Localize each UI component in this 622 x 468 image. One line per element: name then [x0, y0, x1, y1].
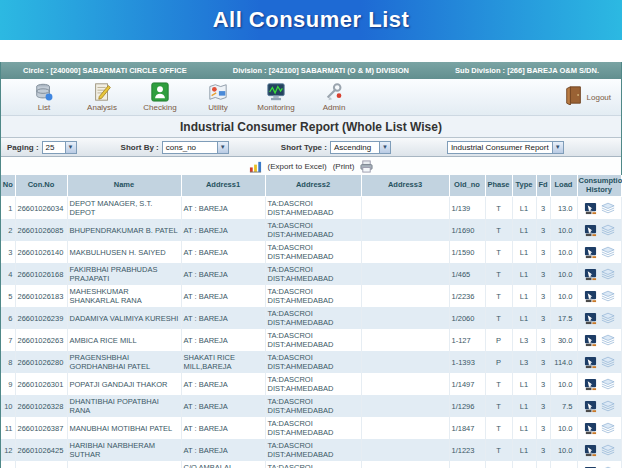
print-link[interactable]: (Print) [333, 162, 355, 171]
cell-consumption-history [577, 329, 621, 351]
consumer-table: NoCon.NoNameAddress1Address2Address3Old_… [1, 175, 622, 468]
cell-load: 10.0 [550, 219, 577, 241]
cell-address3 [361, 219, 449, 241]
consumption-chart-icon[interactable] [584, 444, 597, 457]
cell-load: 10.0 [550, 373, 577, 395]
cell-address1: AT : BAREJA [181, 263, 265, 285]
cell-address1: AT : BAREJA [181, 241, 265, 263]
cell-fd: 3 [536, 395, 550, 417]
consumption-chart-icon[interactable] [584, 268, 597, 281]
table-row: 1226601026425HARIBHAI NARBHERAM SUTHARAT… [1, 439, 621, 461]
cell-fd: 3 [536, 241, 550, 263]
consumption-history-icon[interactable] [601, 400, 615, 412]
cell-load: 40.0 [550, 461, 577, 468]
table-row: 826601026280PRAGENSHBHAI GORDHANBHAI PAT… [1, 351, 621, 373]
cell-fd: 3 [536, 417, 550, 439]
cell-phase: T [485, 263, 512, 285]
paging-select[interactable]: 25 ▼ [42, 141, 77, 154]
sort-by-select[interactable]: cons_no ▼ [162, 141, 229, 154]
cell-old_no: 1/1590 [449, 241, 485, 263]
consumer-list-page: All Consumer List Circle : [240000] SABA… [0, 0, 622, 468]
consumption-chart-icon[interactable] [584, 224, 597, 237]
cell-type: L1 [512, 417, 536, 439]
cell-old_no: 1/2236 [449, 285, 485, 307]
cell-load: 30.0 [550, 329, 577, 351]
consumption-chart-icon[interactable] [584, 312, 597, 325]
consumption-history-icon[interactable] [601, 378, 615, 390]
printer-icon[interactable] [360, 160, 373, 173]
cell-address2: TA:DASCROI DIST:AHMEDABAD [265, 263, 361, 285]
consumption-history-icon[interactable] [601, 334, 615, 346]
nav-item-analysis[interactable]: Analysis [73, 81, 131, 112]
cell-name: PRAGENSHBHAI GORDHANBHAI PATEL [67, 351, 181, 373]
consumption-chart-icon[interactable] [584, 334, 597, 347]
cell-consumption-history [577, 307, 621, 329]
consumption-chart-icon[interactable] [584, 356, 597, 369]
consumption-history-icon[interactable] [601, 290, 615, 302]
nav-item-monitoring[interactable]: Monitoring [247, 81, 305, 112]
cell-address2: TA:DASCROI DIST:AHMEDABAD [265, 417, 361, 439]
export-to-excel-link[interactable]: (Export to Excel) [268, 162, 327, 171]
table-row: 1326601026441LAXMI RICE MILLC/O AMBALAL … [1, 461, 621, 468]
cell-phase: T [485, 395, 512, 417]
consumption-history-icon[interactable] [601, 224, 615, 236]
consumption-history-icon[interactable] [601, 422, 615, 434]
consumption-history-icon[interactable] [601, 444, 615, 456]
cell-type: L3 [512, 329, 536, 351]
table-row: 126601026034DEPOT MANAGER, S.T. DEPOTAT … [1, 197, 621, 220]
nav-item-label: List [38, 103, 50, 112]
consumption-history-icon[interactable] [601, 202, 615, 214]
nav-item-checking[interactable]: Checking [131, 81, 189, 112]
consumption-chart-icon[interactable] [584, 202, 597, 215]
cell-address1: AT : BAREJA [181, 307, 265, 329]
report-type-select[interactable]: Industrial Consumer Report ▼ [447, 141, 564, 154]
excel-icon[interactable] [249, 160, 262, 173]
sort-type-select[interactable]: Ascending ▼ [330, 141, 391, 154]
nav-item-utility[interactable]: Utility [189, 81, 247, 112]
report-title-row: Industrial Consumer Report (Whole List W… [1, 116, 621, 137]
column-header-fd: Fd [536, 175, 550, 197]
utility-icon [208, 81, 228, 102]
cell-type: L1 [512, 263, 536, 285]
cell-address3 [361, 461, 449, 468]
consumption-history-icon[interactable] [601, 268, 615, 280]
page-banner: All Consumer List [0, 0, 622, 40]
cell-address2: TA:DASCROI DIST:AHMEDABAD [265, 307, 361, 329]
table-row: 1026601026328DHANTIBHAI POPATBHAI RANAAT… [1, 395, 621, 417]
consumption-chart-icon[interactable] [584, 378, 597, 391]
consumption-history-icon[interactable] [601, 356, 615, 368]
cell-address3 [361, 351, 449, 373]
list-icon [34, 81, 54, 102]
table-row: 626601026239DADAMIYA VALIMIYA KURESHIAT … [1, 307, 621, 329]
cell-name: DADAMIYA VALIMIYA KURESHI [67, 307, 181, 329]
cell-address3 [361, 263, 449, 285]
column-header-name: Name [67, 175, 181, 197]
consumption-chart-icon[interactable] [584, 290, 597, 303]
column-header-phase: Phase [485, 175, 512, 197]
cell-address1: AT : BAREJA [181, 439, 265, 461]
nav-item-list[interactable]: List [15, 81, 73, 112]
column-header-address3: Address3 [361, 175, 449, 197]
cell-type: L1 [512, 307, 536, 329]
cell-address3 [361, 373, 449, 395]
cell-con_no: 26601026263 [15, 329, 67, 351]
cell-type: L1 [512, 395, 536, 417]
consumption-chart-icon[interactable] [584, 246, 597, 259]
nav-items: ListAnalysisCheckingUtilityMonitoringAdm… [15, 81, 363, 112]
cell-phase: T [485, 373, 512, 395]
column-header-address2: Address2 [265, 175, 361, 197]
cell-type: L3 [512, 351, 536, 373]
logout-button[interactable]: Logout [564, 81, 611, 109]
cell-fd: 3 [536, 461, 550, 468]
cell-load: 13.0 [550, 197, 577, 220]
cell-phase: T [485, 417, 512, 439]
column-header-consumption-history: Consumption History [577, 175, 621, 197]
consumption-chart-icon[interactable] [584, 422, 597, 435]
cell-old_no: 1/1223 [449, 439, 485, 461]
consumption-chart-icon[interactable] [584, 400, 597, 413]
cell-address2: TA:DASCROI DIST:AHMEDABAD [265, 351, 361, 373]
consumption-history-icon[interactable] [601, 312, 615, 324]
cell-consumption-history [577, 373, 621, 395]
nav-item-admin[interactable]: Admin [305, 81, 363, 112]
consumption-history-icon[interactable] [601, 246, 615, 258]
